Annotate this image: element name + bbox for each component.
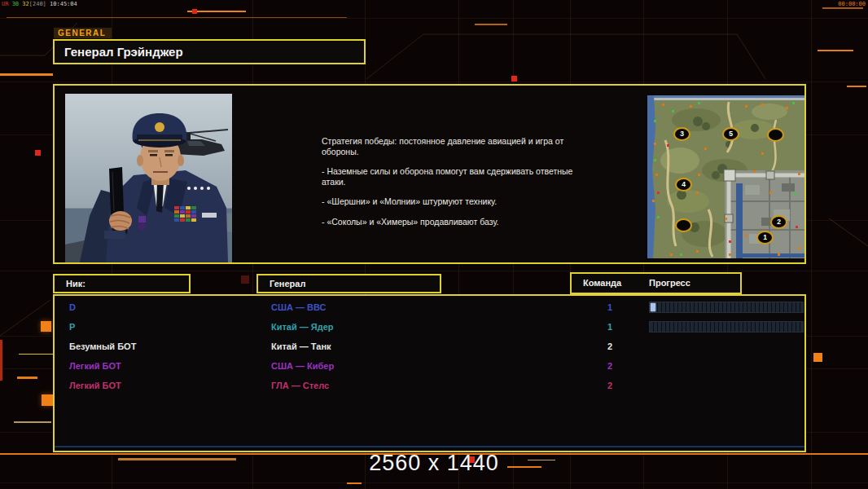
column-header-team-progress: Команда Прогресс (570, 272, 742, 294)
accent-line (818, 50, 853, 51)
resolution-watermark: 2560 x 1440 (0, 451, 868, 476)
player-nick: P (69, 321, 75, 333)
deco-square (35, 150, 41, 156)
briefing-paragraph: - «Шершни» и «Молнии» штурмуют технику. (322, 196, 574, 207)
player-general: ГЛА — Стелс (271, 380, 329, 392)
start-position-marker (675, 218, 692, 232)
nick-header-label: Ник: (66, 279, 85, 289)
accent-line (0, 73, 53, 76)
player-general: США — Кибер (271, 360, 334, 372)
load-progress-bar (649, 302, 804, 313)
perf-fps-b: 32 (22, 1, 28, 7)
start-position-marker: 2 (770, 215, 787, 229)
accent-line (7, 17, 347, 18)
briefing-paragraph: - Наземные силы и оборона помогут вам сд… (322, 166, 574, 187)
accent-line (14, 421, 51, 423)
deco-square (813, 353, 822, 362)
briefing-paragraph: Стратегия победы: постоянное давление ав… (322, 136, 574, 156)
team-header-label: Команда (572, 278, 621, 288)
strategy-briefing: Стратегия победы: постоянное давление ав… (322, 136, 574, 236)
portrait-illustration (65, 94, 232, 262)
player-nick: Легкий БОТ (69, 380, 121, 392)
column-header-nick: Ник: (53, 274, 191, 293)
player-nick: Легкий БОТ (69, 360, 121, 372)
general-portrait (65, 94, 232, 262)
deco-square (41, 321, 51, 332)
player-team: 2 (602, 380, 618, 392)
column-header-general: Генерал (256, 274, 441, 293)
performance-overlay: UR 30 32[240] 10:45:04 (2, 1, 77, 7)
player-team: 1 (602, 321, 618, 333)
general-header-label: Генерал (270, 279, 305, 289)
minimap-terrain (647, 95, 804, 258)
player-general: Китай — Танк (271, 341, 331, 353)
general-name-box: Генерал Грэйнджер (53, 39, 366, 64)
divider-line (55, 446, 804, 447)
player-nick: Безумный БОТ (69, 341, 136, 353)
player-team: 1 (602, 302, 618, 314)
general-name: Генерал Грэйнджер (64, 45, 183, 59)
player-team: 2 (602, 360, 618, 372)
start-position-marker: 3 (673, 127, 690, 141)
start-position-marker: 4 (675, 178, 692, 192)
table-row: DСША — ВВС1 (55, 298, 804, 318)
table-row: Безумный БОТКитай — Танк2 (55, 337, 804, 357)
player-team: 2 (602, 341, 618, 353)
deco-square (192, 9, 197, 14)
accent-line (19, 354, 56, 355)
accent-line (347, 482, 362, 484)
map-preview: 35421 (647, 95, 804, 258)
table-row: Легкий БОТСША — Кибер2 (55, 357, 804, 377)
table-row: Легкий БОТГЛА — Стелс2 (55, 377, 804, 396)
progress-header-label: Прогресс (649, 274, 690, 293)
player-general: Китай — Ядер (271, 321, 334, 333)
perf-label: UR (2, 1, 8, 7)
general-info-panel: Стратегия победы: постоянное давление ав… (53, 84, 806, 264)
briefing-paragraph: - «Соколы» и «Химеры» продавливают базу. (322, 217, 574, 227)
load-progress-fill (651, 303, 655, 311)
accent-line (0, 340, 2, 381)
loading-screen: UR 30 32[240] 10:45:04 00:00:00 GENERAL … (0, 0, 868, 489)
start-position-marker: 5 (722, 127, 739, 141)
perf-limit: [240] (29, 1, 46, 7)
player-nick: D (69, 302, 76, 314)
deco-square (511, 76, 517, 82)
accent-line (17, 377, 37, 379)
perf-time: 10:45:04 (50, 1, 77, 7)
match-timer: 00:00:00 (838, 1, 866, 7)
accent-line (847, 86, 866, 87)
general-tab-label: GENERAL (54, 28, 112, 39)
deco-square (241, 275, 249, 284)
start-position-marker: 1 (756, 231, 774, 244)
player-general: США — ВВС (271, 302, 326, 314)
perf-fps-a: 30 (12, 1, 19, 7)
load-progress-bar (649, 321, 804, 333)
player-list: DСША — ВВС1PКитай — Ядер1Безумный БОТКит… (53, 294, 806, 452)
deco-square (42, 394, 53, 406)
accent-line (822, 7, 863, 9)
start-position-marker (767, 128, 784, 142)
table-row: PКитай — Ядер1 (55, 318, 804, 337)
